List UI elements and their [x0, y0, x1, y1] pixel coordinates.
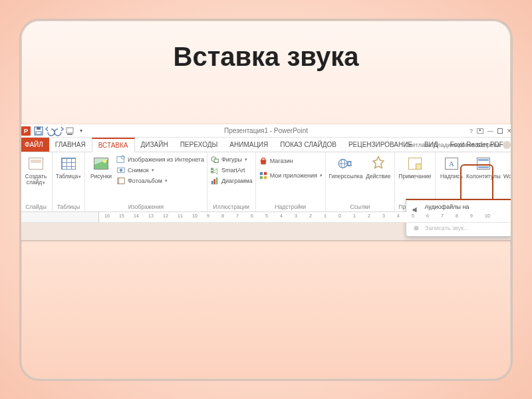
- ruler-tick: 9: [470, 213, 473, 218]
- ruler-tick: 13: [148, 213, 154, 218]
- close-icon[interactable]: ✕: [507, 128, 512, 134]
- group-addins: Магазин Мои приложения▾ Надстройки: [256, 152, 326, 211]
- svg-rect-17: [216, 178, 218, 185]
- slide-title: Вставка звука: [21, 42, 511, 72]
- ruler-tick: 12: [163, 213, 168, 218]
- ruler-tick: 4: [280, 213, 283, 218]
- svg-point-29: [414, 226, 419, 231]
- wordart-button[interactable]: A WordArt▾: [502, 154, 513, 180]
- ruler-tick: 8: [221, 213, 224, 218]
- header-footer-icon: [477, 158, 490, 170]
- hyperlink-button[interactable]: Гиперссылка: [329, 154, 363, 180]
- screenshot-button[interactable]: Снимок▾: [116, 166, 204, 175]
- table-icon: [61, 158, 76, 170]
- new-slide-button[interactable]: Создать слайд▾: [23, 154, 49, 186]
- svg-rect-15: [211, 181, 213, 184]
- svg-rect-20: [259, 176, 262, 179]
- group-label-tables: Таблицы: [55, 203, 82, 211]
- quick-access-toolbar: P ▾ Презентация1 - PowerPoint ? ▴ — ✕: [19, 124, 513, 138]
- minimize-icon[interactable]: —: [487, 128, 493, 134]
- svg-rect-10: [119, 178, 125, 184]
- maximize-icon[interactable]: [497, 128, 503, 134]
- new-slide-icon: [29, 158, 43, 170]
- tab-transitions[interactable]: ПЕРЕХОДЫ: [174, 138, 224, 152]
- avatar-icon: [503, 141, 511, 149]
- smartart-button[interactable]: SmartArt: [210, 166, 253, 175]
- ruler-tick: 7: [441, 213, 444, 218]
- help-icon[interactable]: ?: [469, 128, 473, 134]
- tab-home[interactable]: ГЛАВНАЯ: [49, 138, 92, 152]
- ruler-tick: 15: [119, 213, 124, 218]
- svg-rect-19: [264, 172, 267, 175]
- svg-rect-14: [211, 171, 213, 174]
- presentation-slide: Вставка звука P ▾ Презентация1 - PowerPo…: [19, 19, 513, 381]
- group-tables: Таблица▾ Таблицы: [53, 152, 85, 211]
- wordart-icon: A: [507, 158, 513, 170]
- svg-rect-16: [213, 179, 215, 184]
- table-button[interactable]: Таблица▾: [55, 154, 82, 180]
- ruler-tick: 1: [353, 213, 356, 218]
- online-pictures-button[interactable]: Изображения из Интернета: [116, 155, 204, 164]
- textbox-icon: A: [445, 158, 458, 170]
- action-icon: [370, 155, 387, 172]
- group-label-links: Ссылки: [329, 203, 392, 211]
- account-name: Светлана Владимировна Вепрева: [405, 142, 500, 148]
- action-button[interactable]: Действие: [365, 154, 392, 180]
- record-icon: [412, 223, 421, 233]
- pictures-icon: [94, 158, 108, 170]
- chart-button[interactable]: Диаграмма: [210, 176, 253, 186]
- ruler-tick: 14: [134, 213, 139, 218]
- group-label-illustrations: Иллюстрации: [210, 203, 253, 211]
- pictures-button[interactable]: Рисунки: [88, 154, 114, 180]
- ribbon-display-options-icon[interactable]: ▴: [477, 128, 483, 134]
- ruler-tick: 4: [397, 213, 400, 218]
- hyperlink-icon: [337, 155, 354, 172]
- group-label-slides: Слайды: [23, 203, 49, 211]
- store-button[interactable]: Магазин: [259, 156, 323, 166]
- group-links: Гиперссылка Действие Ссылки: [326, 152, 395, 211]
- comment-button[interactable]: Примечание: [398, 154, 432, 180]
- shapes-button[interactable]: Фигуры▾: [210, 155, 253, 164]
- ruler-tick: 1: [324, 213, 327, 218]
- ruler-tick: 2: [309, 213, 312, 218]
- ruler-tick: 5: [265, 213, 268, 218]
- comment-icon: [408, 158, 422, 170]
- svg-rect-5: [117, 157, 124, 163]
- group-label-addins: Надстройки: [259, 203, 323, 211]
- ruler-tick: 8: [456, 213, 458, 218]
- smartart-icon: [210, 166, 219, 175]
- ruler-tick: 7: [236, 213, 239, 218]
- tab-slideshow[interactable]: ПОКАЗ СЛАЙДОВ: [274, 138, 342, 152]
- svg-point-8: [120, 169, 122, 172]
- header-footer-button[interactable]: Колонтитулы: [467, 154, 500, 180]
- chart-icon: [210, 176, 219, 186]
- shapes-icon: [210, 155, 219, 164]
- photo-album-icon: [116, 176, 126, 186]
- tab-insert[interactable]: ВСТАВКА: [92, 138, 135, 152]
- ruler-tick: 3: [382, 213, 385, 218]
- window-title: Презентация1 - PowerPoint: [19, 127, 513, 134]
- ruler-tick: 9: [207, 213, 209, 218]
- ruler-tick: 6: [251, 213, 253, 218]
- my-apps-button[interactable]: Мои приложения▾: [259, 171, 323, 180]
- tab-file[interactable]: ФАЙЛ: [19, 138, 49, 152]
- photo-album-button[interactable]: Фотоальбом▾: [116, 176, 204, 186]
- ruler-tick: 10: [192, 213, 198, 218]
- tab-animation[interactable]: АНИМАЦИЯ: [223, 138, 274, 152]
- ruler-tick: 3: [295, 213, 297, 218]
- ruler-track: 16151413121110987654321012345678910: [98, 212, 513, 222]
- account-info[interactable]: Светлана Владимировна Вепрева: [405, 138, 511, 152]
- ruler-tick: 16: [104, 213, 110, 218]
- online-pictures-icon: [116, 155, 126, 164]
- ruler-tick: 11: [178, 213, 183, 218]
- group-label-images: Изображения: [88, 203, 204, 211]
- svg-rect-13: [211, 168, 213, 171]
- tab-design[interactable]: ДИЗАЙН: [135, 138, 174, 152]
- textbox-button[interactable]: A Надпись: [438, 154, 465, 180]
- svg-rect-12: [214, 159, 218, 162]
- svg-rect-18: [259, 172, 262, 175]
- ruler-tick: 2: [368, 213, 370, 218]
- ruler-tick: 0: [338, 213, 341, 218]
- group-images: Рисунки Изображения из Интернета Снимок▾: [85, 152, 207, 211]
- ruler-tick: 10: [485, 213, 490, 218]
